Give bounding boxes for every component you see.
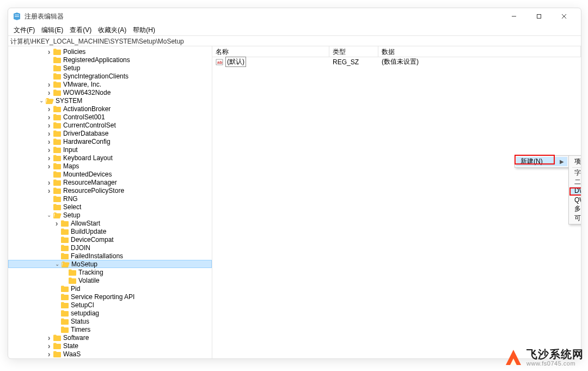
tree-node[interactable]: SetupCl — [8, 301, 212, 309]
ctx-item[interactable]: 可扩充字符串值(E) — [570, 214, 581, 223]
col-header-data[interactable]: 数据 — [378, 46, 581, 57]
menu-item[interactable]: 文件(F) — [10, 25, 38, 36]
tree-node[interactable]: ›ActivationBroker — [8, 105, 212, 113]
tree-pane[interactable]: ›PoliciesRegisteredApplicationsSetupSync… — [8, 46, 212, 358]
tree-node[interactable]: ›State — [8, 342, 212, 350]
chevron-right-icon[interactable]: › — [45, 179, 53, 186]
tree-node[interactable]: ⌄MoSetup — [8, 260, 212, 268]
chevron-right-icon[interactable]: › — [45, 154, 53, 162]
tree-node[interactable]: RNG — [8, 194, 212, 203]
minimize-button[interactable] — [501, 8, 526, 25]
chevron-right-icon[interactable]: › — [45, 48, 53, 56]
address-bar[interactable]: 计算机\HKEY_LOCAL_MACHINE\SYSTEM\Setup\MoSe… — [8, 35, 581, 46]
tree-node[interactable]: Setup — [8, 64, 212, 72]
chevron-right-icon[interactable]: › — [45, 105, 53, 113]
tree-node[interactable]: ›ControlSet001 — [8, 113, 212, 121]
titlebar: 注册表编辑器 — [8, 8, 581, 25]
tree-node[interactable]: MountedDevices — [8, 170, 212, 178]
ctx-item[interactable]: 多字符串值(M) — [570, 205, 581, 214]
tree-node[interactable]: ›AllowStart — [8, 219, 212, 227]
tree-node[interactable]: ›HardwareConfig — [8, 137, 212, 145]
chevron-right-icon[interactable]: › — [45, 130, 53, 137]
tree-node[interactable]: Volatile — [8, 276, 212, 284]
tree-node[interactable]: DJOIN — [8, 244, 212, 252]
menubar: 文件(F)编辑(E)查看(V)收藏夹(A)帮助(H) — [8, 25, 581, 35]
menu-item[interactable]: 查看(V) — [66, 25, 95, 36]
folder-icon — [53, 48, 62, 56]
tree-node[interactable]: Service Reporting API — [8, 293, 212, 301]
tree-node[interactable]: ›DriverDatabase — [8, 129, 212, 137]
list-row[interactable]: (默认)REG_SZ(数值未设置) — [212, 57, 581, 66]
tree-node[interactable]: ›WPA — [8, 358, 212, 358]
tree-node-label: ActivationBroker — [63, 105, 111, 113]
tree-node[interactable]: Timers — [8, 325, 212, 333]
chevron-down-icon[interactable]: ⌄ — [38, 97, 45, 105]
tree-node[interactable]: ›Maps — [8, 162, 212, 170]
chevron-right-icon[interactable]: › — [45, 187, 53, 194]
chevron-right-icon[interactable]: › — [45, 162, 53, 170]
menu-item[interactable]: 编辑(E) — [38, 25, 66, 36]
tree-node[interactable]: ›WOW6432Node — [8, 88, 212, 96]
ctx-item[interactable]: 项(K) — [570, 157, 581, 166]
chevron-right-icon[interactable]: › — [45, 350, 53, 358]
tree-node[interactable]: ›ResourcePolicyStore — [8, 186, 212, 194]
chevron-right-icon[interactable]: › — [45, 121, 53, 129]
chevron-right-icon[interactable]: › — [45, 358, 53, 359]
tree-node-label: Status — [71, 318, 89, 325]
ctx-new[interactable]: 新建(N) ▶ — [516, 157, 567, 166]
col-header-type[interactable]: 类型 — [329, 46, 378, 57]
ctx-item[interactable]: DWORD (32 位)值(D) — [570, 187, 581, 196]
close-button[interactable] — [552, 8, 577, 25]
list-body[interactable]: (默认)REG_SZ(数值未设置) — [212, 57, 581, 66]
chevron-right-icon[interactable]: › — [45, 81, 53, 88]
maximize-button[interactable] — [526, 8, 552, 25]
tree-node[interactable]: ›Input — [8, 145, 212, 154]
tree-node-label: ResourcePolicyStore — [63, 187, 124, 194]
tree-node[interactable]: ›Keyboard Layout — [8, 154, 212, 162]
chevron-none — [45, 203, 53, 211]
chevron-none — [45, 195, 53, 203]
tree-node-label: HardwareConfig — [63, 138, 111, 145]
tree-node[interactable]: Select — [8, 203, 212, 211]
folder-icon — [53, 154, 62, 162]
chevron-right-icon[interactable]: › — [45, 138, 53, 145]
folder-icon — [53, 56, 62, 64]
tree-node[interactable]: Status — [8, 317, 212, 325]
tree-node[interactable]: BuildUpdate — [8, 227, 212, 235]
tree-node[interactable]: ›Policies — [8, 47, 212, 56]
ctx-item[interactable]: 二进制值(B) — [570, 178, 581, 187]
tree-node[interactable]: setupdiag — [8, 309, 212, 317]
folder-icon — [53, 130, 62, 137]
chevron-right-icon[interactable]: › — [45, 89, 53, 96]
chevron-right-icon[interactable]: › — [45, 334, 53, 342]
menu-item[interactable]: 帮助(H) — [130, 25, 158, 36]
chevron-none — [53, 252, 60, 260]
tree-node-label: Tracking — [78, 269, 103, 276]
chevron-right-icon[interactable]: › — [53, 220, 60, 227]
watermark-url: www.fs0745.com — [526, 360, 584, 367]
tree-node[interactable]: ⌄SYSTEM — [8, 96, 212, 105]
tree-node[interactable]: ›ResourceManager — [8, 178, 212, 186]
chevron-down-icon[interactable]: ⌄ — [45, 211, 53, 219]
tree-node[interactable]: SyncIntegrationClients — [8, 72, 212, 80]
col-header-name[interactable]: 名称 — [212, 46, 329, 57]
folder-icon — [60, 293, 69, 301]
tree-node[interactable]: ⌄Setup — [8, 211, 212, 219]
chevron-down-icon[interactable]: ⌄ — [53, 260, 61, 268]
chevron-right-icon[interactable]: › — [45, 146, 53, 154]
chevron-right-icon[interactable]: › — [45, 113, 53, 121]
tree-node[interactable]: Pid — [8, 284, 212, 293]
menu-item[interactable]: 收藏夹(A) — [95, 25, 130, 36]
ctx-item[interactable]: QWORD (64 位)值(Q) — [570, 196, 581, 205]
tree-node[interactable]: ›VMware, Inc. — [8, 80, 212, 88]
folder-icon — [53, 187, 62, 194]
tree-node[interactable]: Tracking — [8, 268, 212, 276]
chevron-right-icon[interactable]: › — [45, 342, 53, 350]
tree-node[interactable]: DeviceCompat — [8, 235, 212, 244]
tree-node[interactable]: RegisteredApplications — [8, 56, 212, 64]
tree-node[interactable]: ›CurrentControlSet — [8, 121, 212, 129]
tree-node[interactable]: ›WaaS — [8, 350, 212, 358]
tree-node[interactable]: ›Software — [8, 333, 212, 342]
tree-node[interactable]: FailedInstallations — [8, 252, 212, 260]
ctx-item[interactable]: 字符串值(S) — [570, 169, 581, 178]
